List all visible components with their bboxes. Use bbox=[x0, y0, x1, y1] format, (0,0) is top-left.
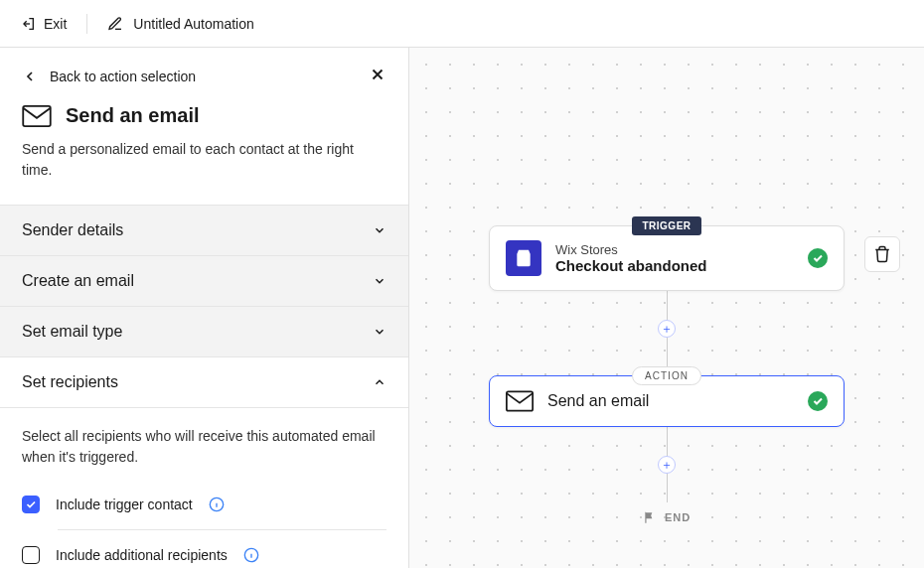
accordion-item-recipients[interactable]: Set recipients bbox=[0, 357, 408, 408]
flow-column: TRIGGER Wix Stores Checkout abandoned ＋ … bbox=[489, 216, 845, 524]
mail-icon bbox=[22, 105, 52, 127]
mail-icon bbox=[506, 390, 534, 412]
accordion-label: Create an email bbox=[22, 272, 134, 290]
flow-end: END bbox=[643, 510, 691, 524]
section-intro: Send an email Send a personalized email … bbox=[0, 104, 408, 205]
chevron-left-icon bbox=[22, 69, 38, 84]
status-badge-complete bbox=[808, 391, 828, 411]
section-title: Send an email bbox=[66, 104, 200, 127]
include-additional-label: Include additional recipients bbox=[56, 547, 228, 563]
trash-icon bbox=[873, 245, 891, 263]
trigger-badge: TRIGGER bbox=[632, 216, 700, 235]
trigger-title: Checkout abandoned bbox=[555, 257, 794, 274]
connector-line bbox=[667, 337, 668, 366]
exit-icon bbox=[20, 16, 36, 32]
chevron-down-icon bbox=[373, 274, 386, 288]
delete-node-button[interactable] bbox=[864, 236, 900, 272]
include-additional-row[interactable]: Include additional recipients bbox=[22, 536, 386, 568]
include-trigger-checkbox[interactable] bbox=[22, 496, 40, 513]
chevron-down-icon bbox=[373, 223, 386, 237]
back-label: Back to action selection bbox=[50, 69, 196, 84]
accordion: Sender details Create an email Set email… bbox=[0, 205, 408, 568]
connector-line bbox=[667, 427, 668, 457]
accordion-label: Set recipients bbox=[22, 373, 118, 391]
info-icon[interactable] bbox=[209, 497, 225, 512]
divider bbox=[58, 529, 386, 530]
chevron-down-icon bbox=[373, 325, 386, 339]
include-trigger-row[interactable]: Include trigger contact bbox=[22, 486, 386, 523]
svg-rect-3 bbox=[507, 391, 533, 410]
svg-rect-0 bbox=[23, 105, 51, 125]
flag-icon bbox=[643, 510, 657, 524]
automation-title-button[interactable]: Untitled Automation bbox=[107, 16, 253, 32]
add-step-button[interactable]: ＋ bbox=[658, 320, 676, 338]
status-badge-complete bbox=[808, 248, 828, 268]
checkmark-icon bbox=[812, 395, 824, 407]
action-badge: ACTION bbox=[632, 366, 701, 385]
accordion-label: Sender details bbox=[22, 221, 123, 239]
action-title: Send an email bbox=[547, 392, 794, 410]
divider bbox=[86, 14, 87, 34]
accordion-item-sender[interactable]: Sender details bbox=[0, 206, 408, 256]
automation-canvas[interactable]: TRIGGER Wix Stores Checkout abandoned ＋ … bbox=[409, 48, 924, 568]
info-icon[interactable] bbox=[243, 547, 259, 563]
wix-stores-icon bbox=[506, 240, 541, 276]
trigger-app-label: Wix Stores bbox=[555, 242, 794, 257]
back-button[interactable]: Back to action selection bbox=[22, 69, 196, 84]
accordion-body-recipients: Select all recipients who will receive t… bbox=[0, 408, 408, 568]
chevron-up-icon bbox=[373, 375, 386, 389]
checkmark-icon bbox=[812, 252, 824, 264]
close-button[interactable] bbox=[369, 66, 386, 86]
accordion-item-type[interactable]: Set email type bbox=[0, 307, 408, 357]
exit-label: Exit bbox=[44, 16, 67, 32]
automation-title-text: Untitled Automation bbox=[133, 16, 253, 32]
action-node-text: Send an email bbox=[547, 392, 794, 410]
trigger-node-text: Wix Stores Checkout abandoned bbox=[555, 242, 794, 274]
close-icon bbox=[369, 66, 386, 83]
sidebar-header: Back to action selection bbox=[0, 48, 408, 104]
connector-line bbox=[667, 291, 668, 321]
recipients-description: Select all recipients who will receive t… bbox=[22, 426, 386, 468]
add-step-button[interactable]: ＋ bbox=[658, 456, 676, 474]
include-trigger-label: Include trigger contact bbox=[56, 497, 193, 512]
checkmark-icon bbox=[25, 498, 37, 510]
connector-line bbox=[667, 473, 668, 502]
end-label: END bbox=[665, 511, 691, 523]
accordion-item-create[interactable]: Create an email bbox=[0, 256, 408, 307]
exit-button[interactable]: Exit bbox=[20, 16, 67, 32]
section-description: Send a personalized email to each contac… bbox=[22, 139, 386, 181]
edit-icon bbox=[107, 16, 123, 32]
include-additional-checkbox[interactable] bbox=[22, 546, 40, 564]
accordion-label: Set email type bbox=[22, 323, 122, 341]
topbar: Exit Untitled Automation bbox=[0, 0, 924, 48]
sidebar: Back to action selection Send an email S… bbox=[0, 48, 409, 568]
